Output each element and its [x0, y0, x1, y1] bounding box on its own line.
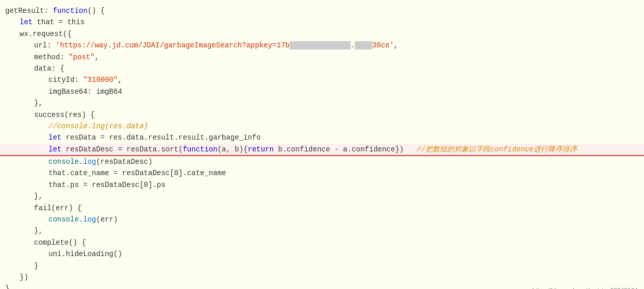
code-line: },	[0, 191, 644, 202]
code-line: let that = this	[0, 16, 644, 28]
code-line: data: {	[0, 63, 644, 74]
code-line: },	[0, 225, 644, 236]
code-line: fail(err) {	[0, 202, 644, 214]
code-line: url: 'https://way.jd.com/JDAI/garbageIma…	[0, 40, 644, 51]
code-line: console.log(err)	[0, 214, 644, 225]
code-line: wx.request({	[0, 28, 644, 40]
code-line: })	[0, 271, 644, 283]
code-line-highlighted: let resDataDesc = resData.sort(function(…	[0, 144, 644, 156]
code-line: console.log(resDataDesc)	[0, 156, 644, 167]
code-line: let resData = res.data.result.result.gar…	[0, 132, 644, 143]
code-block: getResult: function() { let that = this …	[0, 0, 644, 289]
code-line: method: "post",	[0, 52, 644, 63]
code-line: uni.hideLoading()	[0, 248, 644, 260]
code-line: that.cate_name = resDataDesc[0].cate_nam…	[0, 167, 644, 179]
watermark: https://blog.csdn.net/weixin_38948164	[533, 286, 638, 289]
code-line: },	[0, 97, 644, 109]
code-line: complete() {	[0, 237, 644, 248]
code-line: that.ps = resDataDesc[0].ps	[0, 179, 644, 191]
code-line: getResult: function() {	[0, 5, 644, 16]
code-line: }	[0, 260, 644, 271]
code-line: //console.log(res.data)	[0, 121, 644, 132]
code-line: imgBase64: imgB64	[0, 86, 644, 97]
code-line: cityId: "310000",	[0, 74, 644, 86]
code-line: success(res) {	[0, 109, 644, 121]
